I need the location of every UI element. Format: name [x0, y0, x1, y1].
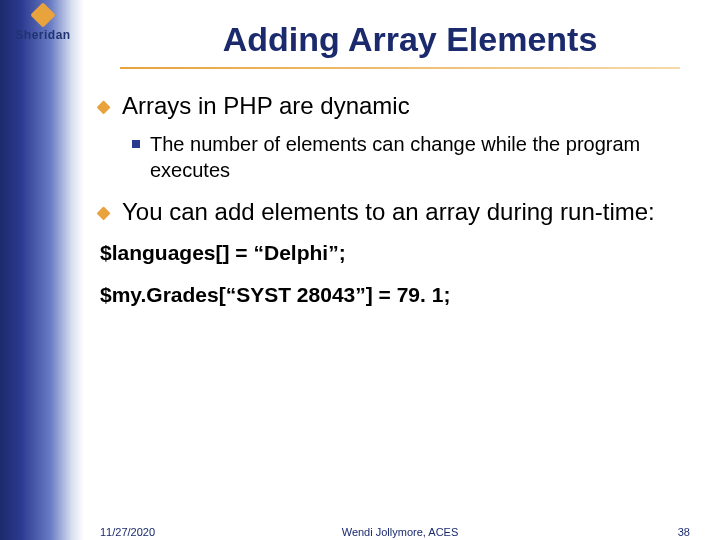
bullet-text: You can add elements to an array during …: [122, 197, 655, 227]
bullet-level-1: You can add elements to an array during …: [100, 197, 700, 227]
slide-content: Adding Array Elements Arrays in PHP are …: [100, 20, 700, 316]
logo-text: Sheridan: [8, 28, 78, 42]
diamond-bullet-icon: [97, 206, 111, 220]
title-rule: [120, 67, 680, 69]
code-line: $languages[] = “Delphi”;: [100, 237, 700, 269]
bullet-level-2: The number of elements can change while …: [132, 131, 700, 183]
square-bullet-icon: [132, 140, 140, 148]
footer-author: Wendi Jollymore, ACES: [100, 526, 700, 538]
bullet-text: Arrays in PHP are dynamic: [122, 91, 410, 121]
bullet-text: The number of elements can change while …: [150, 131, 700, 183]
logo: Sheridan: [8, 6, 78, 42]
diamond-bullet-icon: [97, 100, 111, 114]
bullet-level-1: Arrays in PHP are dynamic: [100, 91, 700, 121]
footer-page-number: 38: [678, 526, 690, 538]
logo-diamond-icon: [30, 2, 55, 27]
code-line: $my.Grades[“SYST 28043”] = 79. 1;: [100, 279, 700, 311]
slide-title: Adding Array Elements: [120, 20, 700, 59]
slide-body: Arrays in PHP are dynamic The number of …: [100, 91, 700, 310]
left-gradient-band: [0, 0, 84, 540]
